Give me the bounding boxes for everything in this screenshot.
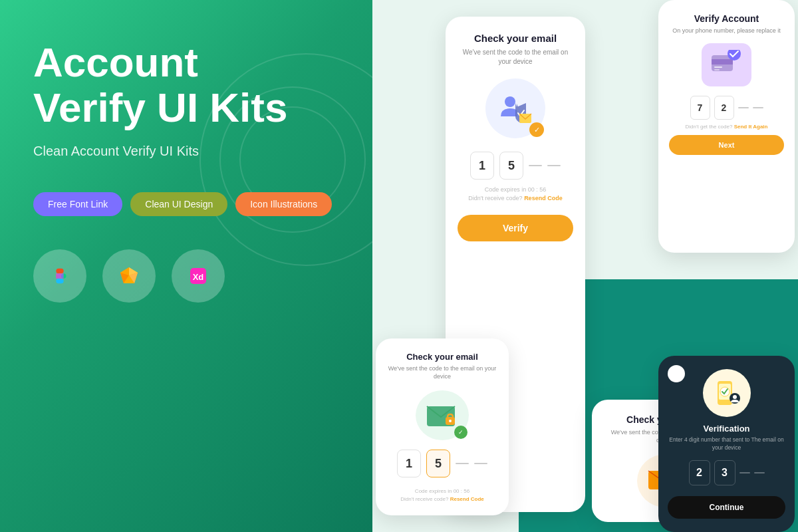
svg-rect-20 — [712, 59, 733, 65]
svg-rect-22 — [714, 69, 720, 70]
back-arrow[interactable]: ‹ — [668, 365, 685, 382]
code-box-1[interactable]: 1 — [470, 152, 494, 180]
bl-code-inputs[interactable]: 1 5 — [397, 450, 487, 477]
bl-dash-1 — [456, 463, 469, 464]
badge-group: Free Font Link Clean UI Design Icon Illu… — [33, 192, 339, 216]
card-bottom-left: Check your email We've sent the code to … — [376, 338, 509, 515]
bl-code-1[interactable]: 1 — [397, 450, 421, 477]
br-dash-1 — [739, 472, 750, 473]
verify-button[interactable]: Verify — [458, 215, 573, 241]
subtitle: Clean Account Verify UI Kits — [33, 144, 339, 159]
tr-dash-1 — [738, 107, 749, 108]
bl-expire: Code expires in 00 : 56 — [415, 488, 469, 494]
tr-resend-link[interactable]: Send It Again — [734, 124, 768, 130]
svg-rect-21 — [714, 66, 722, 68]
tr-title: Verify Account — [694, 13, 759, 24]
resend-code-link[interactable]: Resend Code — [524, 195, 563, 201]
svg-text:Xd: Xd — [193, 272, 204, 282]
card-top-right: Verify Account On your phone number, ple… — [658, 0, 795, 253]
check-badge: ✓ — [454, 426, 467, 439]
bl-resend: Didn't receive code? Resend Code — [400, 496, 484, 502]
main-card-title: Check your email — [474, 33, 557, 44]
tool-icons-group: Xd — [33, 249, 339, 303]
main-card-desc: We've sent the code to the email on your… — [458, 48, 573, 66]
bl-dash-2 — [474, 463, 487, 464]
envelope-illustration: ✓ — [416, 390, 469, 440]
email-illustration: ✓ — [485, 78, 545, 138]
resend-text: Didn't receive code? Resend Code — [468, 195, 562, 201]
svg-rect-1 — [56, 269, 63, 274]
continue-button[interactable]: Continue — [668, 496, 785, 519]
br-dash-2 — [754, 472, 765, 473]
br-code-2[interactable]: 3 — [714, 460, 735, 485]
code-dash-1 — [529, 165, 542, 166]
svg-rect-5 — [56, 274, 63, 279]
code-box-2[interactable]: 5 — [499, 152, 523, 180]
tr-code-1[interactable]: 7 — [690, 96, 710, 120]
br-code-inputs[interactable]: 2 3 — [689, 460, 765, 485]
left-panel: Account Verify UI Kits Clean Account Ver… — [0, 0, 372, 532]
tr-resend: Didn't get the code? Send It Again — [686, 124, 768, 130]
phone-illustration — [703, 369, 751, 417]
svg-point-32 — [733, 395, 737, 399]
badge-icon-illustrations[interactable]: Icon Illustrations — [235, 192, 332, 216]
card-bottom-right: ‹ Verification Enter 4 digit number that… — [658, 356, 795, 532]
tr-dash-2 — [753, 107, 763, 108]
figma-icon[interactable] — [33, 249, 86, 303]
br-title: Verification — [703, 424, 749, 434]
right-panel: Check your email We've sent the code to … — [372, 0, 798, 532]
svg-point-14 — [505, 96, 515, 107]
svg-rect-3 — [56, 279, 63, 284]
main-title: Account Verify UI Kits — [33, 40, 339, 130]
code-dash-2 — [547, 165, 561, 166]
badge-clean-ui[interactable]: Clean UI Design — [130, 192, 227, 216]
next-button[interactable]: Next — [669, 135, 784, 155]
code-expire: Code expires in 00 : 56 — [485, 186, 547, 193]
shield-badge: ✓ — [529, 122, 544, 137]
sketch-icon[interactable] — [102, 249, 156, 303]
bl-code-2[interactable]: 5 — [426, 450, 450, 477]
badge-font-link[interactable]: Free Font Link — [33, 192, 122, 216]
br-code-1[interactable]: 2 — [689, 460, 710, 485]
bl-resend-link[interactable]: Resend Code — [450, 496, 484, 502]
bl-card-desc: We've sent the code to the email on your… — [385, 364, 499, 381]
tr-code-inputs[interactable]: 7 2 — [690, 96, 763, 120]
tr-desc: On your phone number, please replace it — [672, 27, 781, 35]
main-code-inputs[interactable]: 1 5 — [470, 152, 561, 180]
svg-point-18 — [449, 420, 452, 422]
bl-card-title: Check your email — [406, 352, 478, 362]
xd-icon[interactable]: Xd — [172, 249, 225, 303]
purple-card-illustration — [702, 43, 751, 86]
tr-code-2[interactable]: 2 — [714, 96, 734, 120]
br-desc: Enter 4 digit number that sent to The em… — [668, 436, 785, 452]
